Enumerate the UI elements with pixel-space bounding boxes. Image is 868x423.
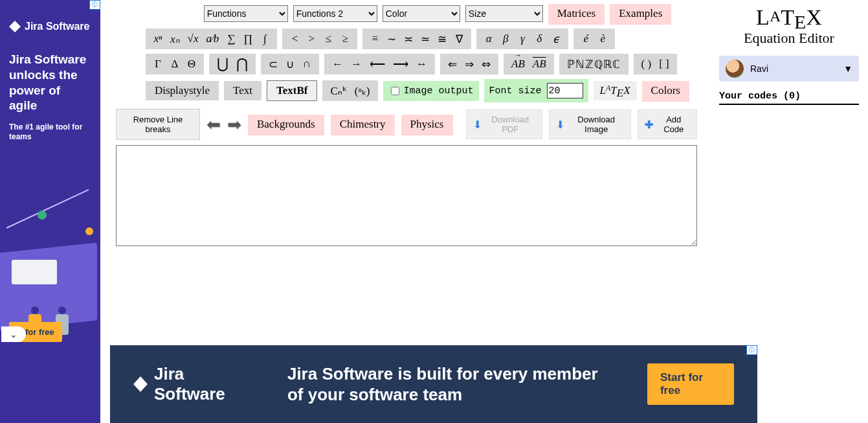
- jira-logo-big: Jira Software: [133, 364, 251, 404]
- functions2-select[interactable]: Functions 2: [293, 5, 377, 22]
- history-prev-icon[interactable]: ⬅: [206, 115, 221, 135]
- ad-headline: Jira Software unlocks the power of agile: [9, 52, 91, 113]
- left-ad[interactable]: ⓘ Jira Software Jira Software unlocks th…: [0, 0, 100, 423]
- your-codes-header: Your codes (0): [719, 91, 859, 105]
- user-menu[interactable]: Ravi ▼: [719, 56, 859, 82]
- jira-brand-text: Jira Software: [25, 21, 89, 32]
- symbol-row-3: Displaystyle Text TextBf Cₙᵏ(ⁿₖ) Image o…: [146, 79, 689, 102]
- symgrp-basic-math[interactable]: xⁿxₙ√xa⁄b∑∏∫: [146, 29, 277, 49]
- action-row: Remove Line breaks ⬅ ➡ Backgrounds Chime…: [116, 109, 697, 140]
- username-label: Ravi: [750, 63, 768, 74]
- chevron-down-icon: ▼: [843, 63, 852, 74]
- avatar: [726, 60, 744, 78]
- download-icon: ⬇: [556, 119, 564, 131]
- bottom-ad-cta-button[interactable]: Start for free: [647, 363, 734, 405]
- text-button[interactable]: Text: [224, 81, 262, 100]
- examples-button[interactable]: Examples: [610, 4, 671, 23]
- ad-collapse-chevron-icon[interactable]: ⌄: [1, 326, 26, 342]
- ad-info-icon[interactable]: ⓘ: [746, 345, 757, 355]
- image-output-label: Image output: [404, 86, 474, 97]
- add-code-button[interactable]: ✚ Add Code: [638, 109, 697, 139]
- jira-diamond-icon: [133, 376, 148, 392]
- add-code-label: Add Code: [657, 115, 690, 134]
- symbol-row-1: xⁿxₙ√xa⁄b∑∏∫ <>≤≥ ≡∼≍≃≅∇ αβγδϵ éè: [146, 29, 615, 49]
- matrices-button[interactable]: Matrices: [548, 4, 605, 23]
- font-size-label: Font size: [489, 86, 542, 97]
- size-select[interactable]: Size: [465, 5, 543, 22]
- font-size-field: Font size: [484, 79, 588, 102]
- backgrounds-button[interactable]: Backgrounds: [248, 115, 324, 134]
- symgrp-vectors[interactable]: AB AB: [504, 54, 554, 74]
- image-output-toggle[interactable]: Image output: [383, 81, 479, 101]
- logo-subtitle: Equation Editor: [719, 30, 859, 47]
- jira-logo: Jira Software: [9, 21, 91, 32]
- download-pdf-button[interactable]: ⬇ Download PDF: [466, 109, 542, 139]
- symgrp-relations[interactable]: ≡∼≍≃≅∇: [362, 29, 471, 49]
- displaystyle-button[interactable]: Displaystyle: [146, 81, 219, 100]
- symgrp-greek-lower[interactable]: αβγδϵ: [476, 29, 568, 49]
- plus-icon: ✚: [645, 119, 653, 131]
- jira-diamond-icon: [9, 21, 21, 32]
- colors-button[interactable]: Colors: [642, 81, 689, 100]
- font-size-input[interactable]: [547, 83, 583, 98]
- history-next-icon[interactable]: ➡: [227, 115, 241, 135]
- functions-select[interactable]: Functions: [204, 5, 288, 22]
- symgrp-greek-upper[interactable]: ΓΔΘ: [146, 54, 204, 74]
- bottom-ad[interactable]: ⓘ Jira Software Jira Software is built f…: [110, 345, 757, 423]
- symgrp-accents[interactable]: éè: [573, 29, 615, 49]
- symgrp-number-sets[interactable]: ℙℕℤℚℝℂ: [559, 54, 629, 74]
- symgrp-double-arrows[interactable]: ⇐⇒⇔: [440, 54, 498, 74]
- chimestry-button[interactable]: Chimestry: [331, 115, 395, 134]
- latex-button[interactable]: LATEX: [594, 81, 637, 100]
- download-icon: ⬇: [473, 119, 482, 131]
- ad-subtext: The #1 agile tool for teams: [9, 122, 91, 142]
- bottom-ad-headline: Jira Software is built for every member …: [287, 363, 611, 406]
- symgrp-combinatorics[interactable]: Cₙᵏ(ⁿₖ): [322, 80, 377, 101]
- ad-illustration: [0, 209, 100, 339]
- symgrp-big-set[interactable]: ⋃⋂: [209, 54, 256, 74]
- symgrp-brackets[interactable]: ( )[ ]: [634, 54, 677, 74]
- physics-button[interactable]: Physics: [401, 115, 453, 134]
- remove-line-breaks-button[interactable]: Remove Line breaks: [116, 109, 200, 140]
- textbf-button[interactable]: TextBf: [267, 80, 318, 101]
- color-select[interactable]: Color: [383, 5, 460, 22]
- symgrp-set-ops[interactable]: ⊂∪∩: [261, 54, 319, 74]
- top-selects-row: Functions Functions 2 Color Size Matrice…: [178, 4, 697, 23]
- download-pdf-label: Download PDF: [485, 115, 535, 134]
- image-output-checkbox[interactable]: [391, 87, 399, 95]
- symgrp-inequalities[interactable]: <>≤≥: [282, 29, 357, 49]
- ad-info-icon[interactable]: ⓘ: [89, 0, 100, 10]
- download-image-label: Download Image: [568, 115, 625, 134]
- symgrp-arrows[interactable]: ←→⟵⟶↔: [324, 54, 435, 74]
- download-image-button[interactable]: ⬇ Download Image: [549, 109, 632, 139]
- latex-code-textarea[interactable]: [116, 145, 697, 246]
- latex-logo: LATEX: [719, 6, 859, 29]
- jira-brand-text: Jira Software: [154, 364, 251, 404]
- symbol-row-2: ΓΔΘ ⋃⋂ ⊂∪∩ ←→⟵⟶↔ ⇐⇒⇔ AB AB: [146, 54, 677, 74]
